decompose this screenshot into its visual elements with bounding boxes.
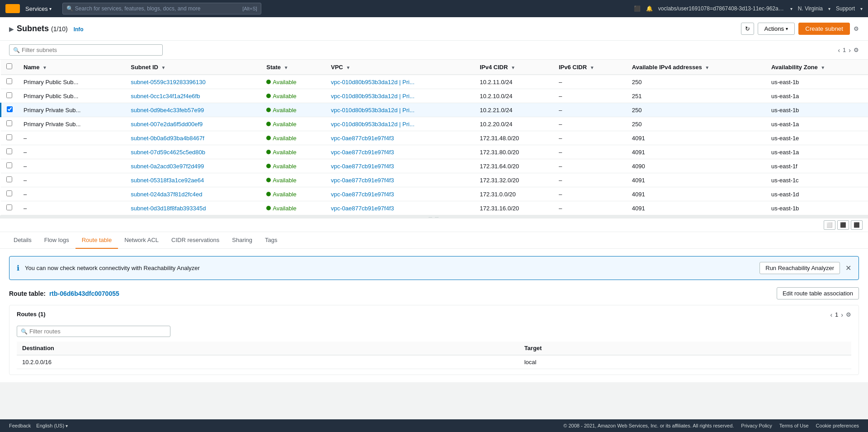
row-checkbox-cell[interactable] <box>1 117 19 131</box>
row-checkbox[interactable] <box>6 162 12 168</box>
routes-next-page-button[interactable]: › <box>841 311 843 318</box>
run-reachability-analyzer-button[interactable]: Run Reachability Analyzer <box>760 262 840 274</box>
cell-state: Available <box>261 131 326 145</box>
table-row[interactable]: Primary Public Sub... subnet-0cc1c34f1a2… <box>1 89 868 103</box>
tab-flow-logs[interactable]: Flow logs <box>38 232 75 249</box>
detail-panel: ⬜ ⬛ ⬛ Details Flow logs Route table Netw… <box>0 218 868 382</box>
row-checkbox[interactable] <box>6 176 12 182</box>
vpc-sort-icon[interactable]: ▼ <box>346 65 350 70</box>
table-row[interactable]: – subnet-07d59c4625c5ed80b Available vpc… <box>1 145 868 159</box>
ipv6-sort-icon[interactable]: ▼ <box>590 65 594 70</box>
row-checkbox[interactable] <box>6 148 12 154</box>
row-checkbox[interactable] <box>7 106 13 112</box>
col-vpc: VPC ▼ <box>326 60 474 75</box>
info-link[interactable]: Info <box>74 26 84 33</box>
tab-details[interactable]: Details <box>7 232 38 249</box>
row-checkbox-cell[interactable] <box>1 159 19 173</box>
status-available-icon <box>266 192 271 196</box>
tab-cidr-reservations[interactable]: CIDR reservations <box>165 232 226 249</box>
row-checkbox-cell[interactable] <box>1 201 19 215</box>
page-settings-icon[interactable]: ⚙ <box>854 25 859 32</box>
user-chevron-icon: ▾ <box>790 6 793 11</box>
split-horizontal-view-button[interactable]: ⬜ <box>824 220 835 230</box>
refresh-button[interactable]: ↻ <box>741 23 754 35</box>
status-available-icon <box>266 94 271 98</box>
sidebar-toggle-icon[interactable]: ▶ <box>9 25 14 33</box>
split-vertical-view-button[interactable]: ⬛ <box>837 220 849 230</box>
filter-routes-input[interactable] <box>29 328 166 335</box>
cell-ipv6-cidr: – <box>553 173 627 187</box>
routes-filter-container[interactable]: 🔍 <box>17 326 170 337</box>
filter-subnets-input[interactable] <box>22 47 159 53</box>
services-menu[interactable]: Services ▾ <box>25 5 52 12</box>
global-search-input[interactable] <box>75 5 242 12</box>
tab-route-table[interactable]: Route table <box>75 232 118 249</box>
table-row[interactable]: – subnet-024da37f81d2fc4ed Available vpc… <box>1 187 868 201</box>
name-sort-icon[interactable]: ▼ <box>42 65 47 70</box>
ipv4-sort-icon[interactable]: ▼ <box>511 65 515 70</box>
table-settings-icon[interactable]: ⚙ <box>854 47 859 53</box>
console-icon[interactable]: ⬛ <box>634 5 641 12</box>
cell-ipv4-cidr: 172.31.48.0/20 <box>474 131 553 145</box>
row-checkbox-cell[interactable] <box>1 89 19 103</box>
actions-label: Actions <box>764 25 784 32</box>
bell-icon[interactable]: 🔔 <box>646 5 653 12</box>
row-checkbox[interactable] <box>6 92 12 98</box>
nav-right-section: ⬛ 🔔 voclabs/user1691078=d7867408-3d13-11… <box>634 5 863 12</box>
cell-vpc: vpc-010d80b953b3da12d | Pri... <box>326 89 474 103</box>
row-checkbox-cell[interactable] <box>1 103 19 117</box>
close-banner-button[interactable]: ✕ <box>845 264 851 272</box>
select-all-checkbox[interactable] <box>6 63 12 69</box>
state-sort-icon[interactable]: ▼ <box>284 65 288 70</box>
support-menu[interactable]: Support <box>836 5 855 12</box>
table-row[interactable]: Primary Private Sub... subnet-0d9be4c33f… <box>1 103 868 117</box>
route-table-id-link[interactable]: rtb-06d6b43dfc0070055 <box>49 290 119 297</box>
select-all-header[interactable] <box>1 60 19 75</box>
cell-vpc: vpc-0ae877cb91e97f4f3 <box>326 131 474 145</box>
subnet-id-sort-icon[interactable]: ▼ <box>161 65 166 70</box>
tab-sharing[interactable]: Sharing <box>226 232 259 249</box>
table-row[interactable]: – subnet-0a2acd03e97f2d499 Available vpc… <box>1 159 868 173</box>
tab-network-acl[interactable]: Network ACL <box>118 232 165 249</box>
table-row[interactable]: – subnet-0d3d18f8fab393345d Available vp… <box>1 201 868 215</box>
cell-ipv4-cidr: 172.31.0.0/20 <box>474 187 553 201</box>
row-checkbox-cell[interactable] <box>1 173 19 187</box>
row-checkbox-cell[interactable] <box>1 131 19 145</box>
edit-route-table-association-button[interactable]: Edit route table association <box>777 287 859 299</box>
cell-available-ipv4: 4091 <box>627 187 766 201</box>
row-checkbox[interactable] <box>6 204 12 210</box>
top-navigation: Services ▾ 🔍 [Alt+S] ⬛ 🔔 voclabs/user169… <box>0 0 868 17</box>
region-selector[interactable]: N. Virginia <box>798 5 823 12</box>
cell-destination: 10.2.0.0/16 <box>17 355 519 369</box>
row-checkbox-cell[interactable] <box>1 187 19 201</box>
az-sort-icon[interactable]: ▼ <box>821 65 825 70</box>
global-search-bar[interactable]: 🔍 [Alt+S] <box>62 3 261 14</box>
avail-ipv4-sort-icon[interactable]: ▼ <box>705 65 709 70</box>
cell-available-ipv4: 4090 <box>627 159 766 173</box>
row-checkbox[interactable] <box>6 190 12 196</box>
full-view-button[interactable]: ⬛ <box>851 220 863 230</box>
table-row[interactable]: – subnet-05318f3a1ce92ae64 Available vpc… <box>1 173 868 187</box>
prev-page-button[interactable]: ‹ <box>838 47 840 54</box>
table-row[interactable]: Primary Public Sub... subnet-0559c319283… <box>1 75 868 89</box>
cell-az: us-east-1b <box>766 75 868 89</box>
cell-available-ipv4: 250 <box>627 103 766 117</box>
table-row[interactable]: Primary Private Sub... subnet-007e2da6f5… <box>1 117 868 131</box>
row-checkbox[interactable] <box>6 120 12 126</box>
user-account[interactable]: voclabs/user1691078=d7867408-3d13-11ec-9… <box>658 5 785 12</box>
row-checkbox[interactable] <box>6 78 12 84</box>
routes-prev-page-button[interactable]: ‹ <box>830 311 832 318</box>
table-row[interactable]: – subnet-0b0a6d93ba4b8467f Available vpc… <box>1 131 868 145</box>
create-subnet-button[interactable]: Create subnet <box>798 23 850 35</box>
filter-input-container[interactable]: 🔍 <box>9 44 163 56</box>
cell-vpc: vpc-0ae877cb91e97f4f3 <box>326 187 474 201</box>
actions-button[interactable]: Actions ▾ <box>758 23 795 35</box>
col-subnet-id: Subnet ID ▼ <box>125 60 261 75</box>
row-checkbox[interactable] <box>6 134 12 140</box>
tab-tags[interactable]: Tags <box>259 232 283 249</box>
next-page-button[interactable]: › <box>849 47 851 54</box>
routes-settings-icon[interactable]: ⚙ <box>846 311 851 318</box>
row-checkbox-cell[interactable] <box>1 75 19 89</box>
row-checkbox-cell[interactable] <box>1 145 19 159</box>
cell-subnet-id: subnet-0d3d18f8fab393345d <box>125 201 261 215</box>
